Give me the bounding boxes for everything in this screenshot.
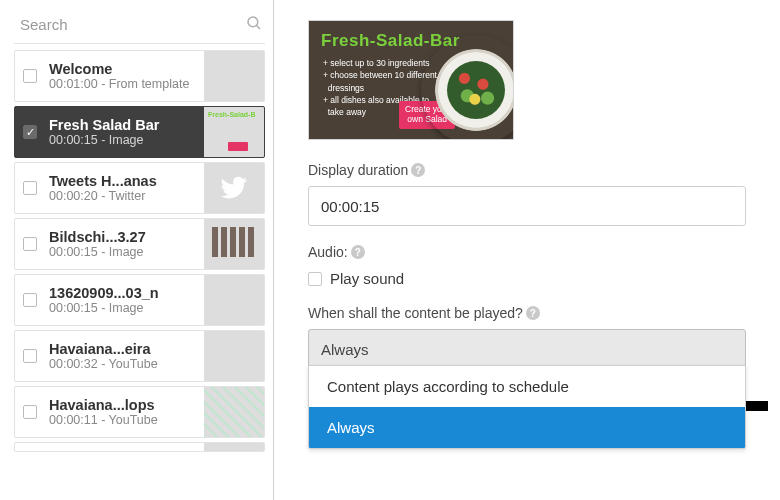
svg-line-1 [256,25,260,29]
content-item[interactable] [14,442,265,452]
duration-label-row: Display duration ? [308,162,746,178]
play-sound-row[interactable]: Play sound [308,270,746,287]
audio-label: Audio: [308,244,348,260]
item-thumbnail [204,331,264,381]
search-input[interactable] [18,15,245,34]
schedule-option[interactable]: Always [309,407,745,448]
when-label-row: When shall the content be played? ? [308,305,746,321]
item-checkbox[interactable] [23,181,37,195]
content-preview: Fresh-Salad-Bar + select up to 30 ingred… [308,20,514,140]
item-title: Tweets H...anas [49,173,200,189]
item-subtitle: 00:00:32 - YouTube [49,357,200,371]
item-checkbox[interactable] [23,125,37,139]
item-subtitle: 00:00:20 - Twitter [49,189,200,203]
item-thumbnail [204,275,264,325]
detail-panel: Fresh-Salad-Bar + select up to 30 ingred… [274,0,780,500]
duration-input[interactable] [308,186,746,226]
schedule-dropdown: Content plays according to scheduleAlway… [308,365,746,449]
item-checkbox[interactable] [23,69,37,83]
content-item[interactable]: Tweets H...anas00:00:20 - Twitter [14,162,265,214]
item-checkbox[interactable] [23,237,37,251]
item-checkbox[interactable] [23,349,37,363]
item-meta: Havaiana...lops00:00:11 - YouTube [45,387,204,437]
item-checkbox-wrap[interactable] [15,107,45,157]
item-checkbox-wrap[interactable] [15,163,45,213]
help-icon[interactable]: ? [351,245,365,259]
item-subtitle: 00:00:15 - Image [49,133,200,147]
item-meta: Havaiana...eira00:00:32 - YouTube [45,331,204,381]
play-sound-checkbox[interactable] [308,272,322,286]
item-thumbnail [204,51,264,101]
item-thumbnail [204,107,264,157]
help-icon[interactable]: ? [526,306,540,320]
audio-label-row: Audio: ? [308,244,746,260]
item-checkbox-wrap[interactable] [15,275,45,325]
item-meta [45,443,204,451]
item-checkbox-wrap[interactable] [15,219,45,269]
twitter-icon [220,174,248,202]
search-icon[interactable] [245,14,263,35]
item-meta: Welcome00:01:00 - From template [45,51,204,101]
item-title: Havaiana...eira [49,341,200,357]
content-list-sidebar: Welcome00:01:00 - From templateFresh Sal… [0,0,274,500]
item-subtitle: 00:00:15 - Image [49,245,200,259]
item-meta: Tweets H...anas00:00:20 - Twitter [45,163,204,213]
item-title: Fresh Salad Bar [49,117,200,133]
content-item[interactable]: Welcome00:01:00 - From template [14,50,265,102]
schedule-option[interactable]: Content plays according to schedule [309,366,745,407]
item-meta: 13620909...03_n00:00:15 - Image [45,275,204,325]
duration-label: Display duration [308,162,408,178]
help-icon[interactable]: ? [411,163,425,177]
item-checkbox-wrap[interactable] [15,331,45,381]
content-item[interactable]: Fresh Salad Bar00:00:15 - Image [14,106,265,158]
item-thumbnail [204,443,264,451]
item-thumbnail [204,219,264,269]
item-meta: Fresh Salad Bar00:00:15 - Image [45,107,204,157]
when-label: When shall the content be played? [308,305,523,321]
item-subtitle: 00:00:11 - YouTube [49,413,200,427]
content-item[interactable]: Havaiana...lops00:00:11 - YouTube [14,386,265,438]
item-title: Bildschi...3.27 [49,229,200,245]
schedule-select-value: Always [321,341,369,358]
item-subtitle: 00:00:15 - Image [49,301,200,315]
content-item-list: Welcome00:01:00 - From templateFresh Sal… [14,50,265,452]
item-checkbox[interactable] [23,293,37,307]
item-checkbox-wrap[interactable] [15,387,45,437]
play-sound-label: Play sound [330,270,404,287]
item-thumbnail [204,387,264,437]
item-subtitle: 00:01:00 - From template [49,77,200,91]
item-checkbox-wrap[interactable] [15,443,45,451]
item-checkbox[interactable] [23,405,37,419]
item-checkbox-wrap[interactable] [15,51,45,101]
content-item[interactable]: Bildschi...3.2700:00:15 - Image [14,218,265,270]
item-title: 13620909...03_n [49,285,200,301]
content-item[interactable]: 13620909...03_n00:00:15 - Image [14,274,265,326]
item-title: Havaiana...lops [49,397,200,413]
item-title: Welcome [49,61,200,77]
content-item[interactable]: Havaiana...eira00:00:32 - YouTube [14,330,265,382]
schedule-field: When shall the content be played? ? Alwa… [308,305,746,369]
item-thumbnail [204,163,264,213]
schedule-select[interactable]: Always [308,329,746,369]
search-row [14,10,265,44]
svg-point-0 [248,17,258,27]
item-meta: Bildschi...3.2700:00:15 - Image [45,219,204,269]
